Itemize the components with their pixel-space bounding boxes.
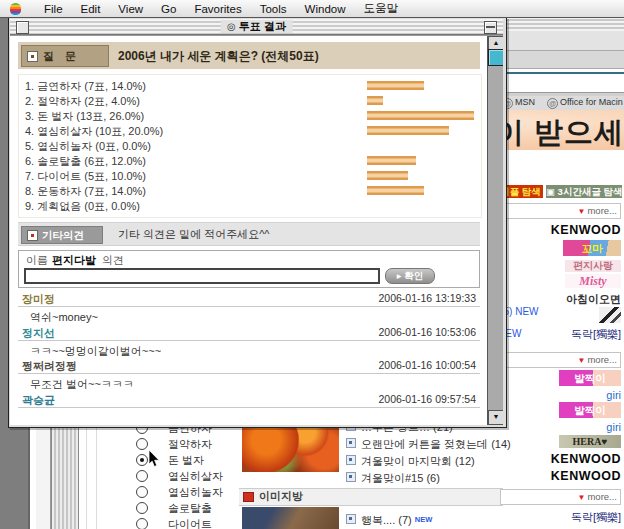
poll-result-row: 7. 다이어트 (5표, 10.0%) [19,168,479,183]
list-bullet-icon [346,514,356,524]
list-bullet-icon [346,472,356,482]
sidebar-banner-image[interactable]: 발찍이 [559,402,621,418]
sidebar-text-item[interactable]: 아침이오면 [566,292,621,307]
radio-button[interactable] [136,502,148,514]
comment-timestamp: 2006-01-16 13:19:33 [379,292,477,304]
more-link[interactable]: ▼more... [578,491,617,502]
other-opinion-hint: 기타 의견은 밑에 적어주세요^^ [118,227,270,242]
kenwood-logo[interactable]: KENWOOD [551,223,621,237]
close-box-icon[interactable] [16,21,29,34]
commenter-name[interactable]: 정지선 [22,326,55,341]
vote-option-row: 솔로탈출 [102,500,252,516]
square-bullet-icon [27,230,38,241]
window-title: ◎투표 결과 [220,20,293,33]
sidebar-link[interactable]: 독락[獨樂] [571,510,621,525]
commenter-name[interactable]: 곽승균 [22,393,55,408]
sidebar-banner-image[interactable]: 발찍이 [559,370,621,386]
radio-button[interactable] [136,518,148,529]
poll-result-row: 1. 금연하자 (7표, 14.0%) [19,78,479,93]
page-sidebar: 리플 탐색▣ 3시간새글 탐색15) NEWNEW▼more...KENWOOD… [498,180,624,529]
vertical-scrollbar[interactable]: ▲ ▼ [487,36,503,425]
square-bullet-icon [27,51,38,62]
more-link[interactable]: ▼more... [578,205,617,216]
commenter-name[interactable]: 장미정 [22,292,55,307]
opinion-input[interactable] [24,268,380,284]
new-badge: NEW [415,515,433,524]
image-room-photo[interactable] [242,507,339,529]
more-box[interactable]: ▼more... [500,489,621,505]
submit-button[interactable]: ▸ 확인 [385,268,435,284]
comment-divider [18,407,480,408]
comment-text: 무조건 벌어~~ㅋㅋㅋ [30,377,134,392]
sidebar-banner-image[interactable]: 꼬마 [563,240,621,256]
comment-timestamp: 2006-01-16 10:53:06 [379,326,477,338]
menu-item-도움말[interactable]: 도움말 [354,1,407,16]
poll-result-bar [367,186,424,195]
comment-timestamp: 2006-01-16 09:57:54 [379,393,477,405]
comment-divider [18,306,480,307]
menu-item-Favorites[interactable]: Favorites [185,3,250,15]
scrollbar-thumb[interactable] [488,49,503,66]
menu-bar: FileEditViewGoFavoritesToolsWindow도움말 [0,0,624,18]
poll-result-bar [367,96,383,105]
windowshade-box-icon[interactable] [484,21,497,34]
commenter-name[interactable]: 쩡쩌려정쩡 [22,359,77,374]
sidebar-link[interactable]: 독락[獨樂] [571,327,621,342]
kenwood-logo[interactable]: KENWOOD [551,469,621,483]
poll-result-row: 3. 돈 벌자 (13표, 26.0%) [19,108,479,123]
poll-result-bar [367,81,424,90]
poll-result-row: 4. 열심히살자 (10표, 20.0%) [19,123,479,138]
comment-divider [18,373,480,374]
menu-item-View[interactable]: View [109,3,152,15]
comment-text: 역쉬~money~ [30,310,98,325]
vote-option-label: 다이어트 [168,517,212,529]
vote-option-label: 열심히놀자 [168,485,223,500]
poll-result-text: 2. 절약하자 (2표, 4.0%) [25,94,140,109]
window-title-bar[interactable]: ◎투표 결과 [10,19,503,35]
kenwood-logo[interactable]: KENWOOD [551,452,621,466]
more-link[interactable]: ▼more... [578,354,617,365]
image-room-item[interactable]: 행복.... (7)NEW [346,513,432,528]
vote-option-label: 솔로탈출 [168,501,212,516]
sidebar-banner-image[interactable]: 편지사랑 [565,260,621,272]
question-header: 질 문 2006년 내가 세운 계획은? (전체50표) [18,42,480,69]
poll-result-bar [367,171,408,180]
poll-result-text: 7. 다이어트 (5표, 10.0%) [25,169,146,184]
radio-button[interactable] [136,438,148,450]
poll-result-text: 1. 금연하자 (7표, 14.0%) [25,79,146,94]
vote-option-label: 절약하자 [168,437,212,452]
sidebar-link[interactable]: giri [606,421,621,433]
favorite-item[interactable]: @Office for Macin [547,97,623,109]
menu-item-Tools[interactable]: Tools [251,3,296,15]
menu-item-Go[interactable]: Go [152,3,185,15]
poll-result-bar [367,126,449,135]
sidebar-banner-image[interactable] [599,307,621,323]
poll-results-list: 1. 금연하자 (7표, 14.0%)2. 절약하자 (2표, 4.0%)3. … [18,74,482,218]
poll-result-bar [367,156,416,165]
new-posts-badge[interactable]: ▣ 3시간새글 탐색 [546,185,622,198]
poll-result-window: ◎투표 결과 질 문 2006년 내가 세운 계획은? (전체50표) 1. 금… [8,17,507,428]
poll-result-row: 5. 열심히놀자 (0표, 0.0%) [19,138,479,153]
poll-result-bar [367,111,474,120]
radio-button[interactable] [136,486,148,498]
comment-text: ㅋㅋ~~멍멍이같이벌어~~~ [30,344,161,359]
menu-item-Window[interactable]: Window [296,3,355,15]
mouse-cursor-icon [148,450,160,468]
apple-menu-icon[interactable] [10,3,21,15]
menu-item-File[interactable]: File [35,3,72,15]
poll-result-text: 4. 열심히살자 (10표, 20.0%) [25,124,163,139]
menu-item-Edit[interactable]: Edit [72,3,110,15]
poll-result-row: 8. 운동하자 (7표, 14.0%) [19,183,479,198]
sidebar-banner-image[interactable]: HERA♥ [559,435,621,448]
commenter-name-value: 편지다발 [52,254,96,266]
vote-option-row: 다이어트 [102,516,252,529]
sidebar-link[interactable]: giri [606,389,621,401]
radio-button[interactable] [136,454,148,466]
more-box[interactable]: ▼more... [500,203,621,219]
scroll-down-icon[interactable]: ▼ [488,410,503,425]
image-room-icon [243,492,254,502]
more-box[interactable]: ▼more... [500,352,621,368]
sidebar-banner-image[interactable]: Misty [565,274,621,288]
radio-button[interactable] [136,470,148,482]
poll-result-row: 6. 솔로탈출 (6표, 12.0%) [19,153,479,168]
